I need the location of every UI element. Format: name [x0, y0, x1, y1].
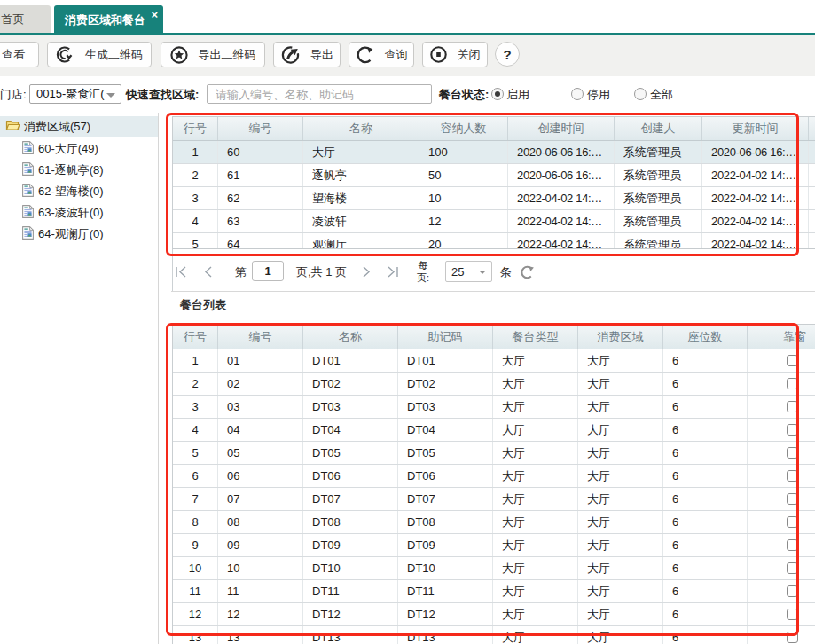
radio-enabled[interactable] — [491, 88, 504, 100]
cell-table-type: 大厅 — [493, 349, 578, 372]
star-circle-icon — [170, 46, 188, 64]
table-row[interactable]: 2 61 逐帆亭 50 2020-06-06 16:… 系统管理员 2022-0… — [173, 164, 815, 187]
column-header[interactable]: 行号 — [173, 117, 218, 140]
next-page-icon[interactable] — [363, 257, 371, 287]
table-row[interactable]: 9 09 DT09 DT09 大厅 大厅 6 — [173, 534, 815, 557]
cell-seats: 6 — [663, 465, 748, 487]
generate-qrcode-button[interactable]: 生成二维码 — [47, 42, 152, 67]
tree-item[interactable]: 63-凌波轩(0) — [0, 202, 158, 224]
cell-created-time: 2022-04-02 14:… — [508, 210, 615, 232]
store-select[interactable]: 0015-聚食汇( — [29, 84, 121, 104]
last-page-icon[interactable] — [387, 257, 399, 287]
tab-consume-area[interactable]: 消费区域和餐台 × — [54, 5, 163, 33]
tab-home[interactable]: 首页 — [0, 5, 51, 33]
column-header[interactable]: 名称 — [303, 325, 398, 349]
table-row[interactable]: 1 60 大厅 100 2020-06-06 16:… 系统管理员 2020-0… — [173, 141, 815, 164]
prev-page-icon[interactable] — [204, 257, 212, 287]
refresh-icon[interactable] — [520, 257, 534, 287]
column-header[interactable]: 靠窗 — [748, 325, 815, 349]
table-row[interactable]: 13 13 DT13 DT13 大厅 大厅 6 — [173, 626, 815, 644]
first-page-icon[interactable] — [175, 257, 187, 287]
table-row[interactable]: 5 05 DT05 DT05 大厅 大厅 6 — [173, 442, 815, 465]
cell-window-side — [748, 534, 815, 556]
tree-item[interactable]: 60-大厅(49) — [0, 138, 158, 160]
tree-item[interactable]: 61-逐帆亭(8) — [0, 160, 158, 181]
window-side-checkbox[interactable] — [787, 516, 798, 528]
per-page-select[interactable]: 25 — [445, 261, 492, 282]
column-header[interactable]: 行号 — [173, 325, 218, 349]
column-header[interactable]: 创建人 — [615, 117, 702, 140]
table-row[interactable]: 3 62 望海楼 10 2022-04-02 14:… 系统管理员 2022-0… — [173, 187, 815, 210]
export-button[interactable]: 导出 — [273, 42, 341, 67]
table-row[interactable]: 2 02 DT02 DT02 大厅 大厅 6 — [173, 373, 815, 396]
column-header[interactable]: 编号 — [218, 117, 303, 140]
table-row[interactable]: 6 06 DT06 DT06 大厅 大厅 6 — [173, 465, 815, 488]
tab-close-icon[interactable]: × — [151, 9, 158, 20]
cell-code: 07 — [218, 488, 303, 510]
column-header[interactable]: 容纳人数 — [419, 117, 508, 140]
tab-consume-area-label: 消费区域和餐台 — [65, 12, 145, 28]
cell-stub — [809, 210, 815, 232]
window-side-checkbox[interactable] — [787, 470, 798, 482]
window-side-checkbox[interactable] — [787, 401, 798, 412]
tree-item-label: 60-大厅(49) — [38, 141, 98, 157]
column-header[interactable]: 助记码 — [398, 325, 493, 349]
cell-mnemonic: DT11 — [398, 580, 493, 602]
window-side-checkbox[interactable] — [787, 378, 798, 389]
help-button[interactable]: ? — [495, 42, 520, 67]
column-header[interactable]: 消费区域 — [578, 325, 663, 349]
tree-item[interactable]: 64-观澜厅(0) — [0, 224, 158, 245]
cell-table-type: 大厅 — [493, 419, 578, 441]
table-row[interactable]: 1 01 DT01 DT01 大厅 大厅 6 — [173, 349, 815, 373]
window-side-checkbox[interactable] — [787, 355, 798, 366]
table-row[interactable]: 3 03 DT03 DT03 大厅 大厅 6 — [173, 396, 815, 419]
query-button[interactable]: 查询 — [349, 42, 414, 67]
tree-root-item[interactable]: 消费区域(57) — [0, 116, 158, 137]
page-number-input[interactable]: 1 — [252, 261, 284, 281]
table-row[interactable]: 10 10 DT10 DT10 大厅 大厅 6 — [173, 557, 815, 580]
window-side-checkbox[interactable] — [787, 562, 798, 574]
search-input[interactable] — [207, 84, 432, 104]
export-qrcode-button-label: 导出二维码 — [199, 47, 256, 63]
cell-mnemonic: DT13 — [398, 626, 493, 644]
window-side-checkbox[interactable] — [787, 493, 798, 505]
search-label: 快速查找区域: — [126, 76, 199, 113]
column-header[interactable]: 座位数 — [663, 325, 748, 349]
generate-qrcode-button-label: 生成二维码 — [85, 47, 143, 63]
column-header[interactable]: 名称 — [303, 117, 419, 140]
radio-all[interactable] — [634, 88, 647, 100]
window-side-checkbox[interactable] — [787, 447, 798, 459]
app-window: 首页 消费区域和餐台 × 查看 生成二维码 — [0, 0, 815, 644]
table-row[interactable]: 4 63 凌波轩 12 2022-04-02 14:… 系统管理员 2022-0… — [173, 210, 815, 233]
window-side-checkbox[interactable] — [787, 609, 798, 620]
cell-row-number: 4 — [173, 419, 218, 441]
tree-item[interactable]: 62-望海楼(0) — [0, 181, 158, 202]
column-header[interactable]: 创建时间 — [508, 117, 615, 140]
table-row[interactable]: 4 04 DT04 DT04 大厅 大厅 6 — [173, 419, 815, 442]
table-row[interactable]: 12 12 DT12 DT12 大厅 大厅 6 — [173, 603, 815, 626]
cell-row-number: 7 — [173, 488, 218, 510]
table-row[interactable]: 8 08 DT08 DT08 大厅 大厅 6 — [173, 511, 815, 534]
radio-disabled[interactable] — [571, 88, 584, 100]
export-qrcode-button[interactable]: 导出二维码 — [161, 42, 265, 67]
window-side-checkbox[interactable] — [787, 539, 798, 551]
window-side-checkbox[interactable] — [787, 585, 798, 597]
table-row[interactable]: 7 07 DT07 DT07 大厅 大厅 6 — [173, 488, 815, 511]
window-side-checkbox[interactable] — [787, 632, 798, 643]
close-button[interactable]: 关闭 — [422, 42, 488, 67]
cell-window-side — [748, 557, 815, 579]
chevron-down-icon — [479, 271, 486, 274]
cell-code: 63 — [218, 210, 303, 232]
column-header[interactable]: 编号 — [218, 325, 303, 349]
table-row[interactable]: 5 64 观澜厅 20 2022-04-02 14:… 系统管理员 2022-0… — [173, 233, 815, 249]
column-header[interactable]: 餐台类型 — [493, 325, 578, 349]
window-side-checkbox[interactable] — [787, 424, 798, 436]
cell-capacity: 50 — [419, 164, 508, 186]
column-header[interactable]: 更新时间 — [702, 117, 809, 140]
cell-seats: 6 — [663, 557, 748, 579]
table-row[interactable]: 11 11 DT11 DT11 大厅 大厅 6 — [173, 580, 815, 603]
cell-creator: 系统管理员 — [615, 187, 702, 209]
cell-created-time: 2022-04-02 14:… — [508, 233, 615, 249]
view-button[interactable]: 查看 — [0, 42, 39, 67]
cell-code: 12 — [218, 603, 303, 625]
